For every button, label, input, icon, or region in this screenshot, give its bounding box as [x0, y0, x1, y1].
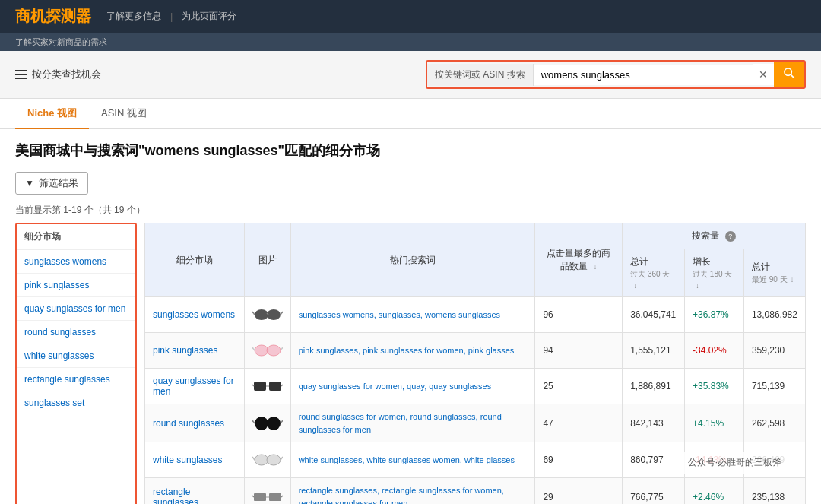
sidebar-item[interactable]: sunglasses set — [17, 391, 135, 414]
svg-point-3 — [267, 309, 281, 320]
cell-growth180: +4.15% — [685, 404, 744, 442]
cell-total360: 842,143 — [623, 404, 685, 442]
cell-total360: 36,045,741 — [623, 297, 685, 333]
col-tags: 热门搜索词 — [290, 223, 535, 297]
svg-line-10 — [281, 347, 283, 350]
sidebar-item[interactable]: rectangle sunglasses — [17, 368, 135, 391]
sub-col-1: 增长过去 180 天↓ — [685, 249, 744, 297]
cell-total90: 715,139 — [743, 369, 805, 404]
search-label: 按关键词或 ASIN 搜索 — [427, 64, 534, 86]
cell-niche[interactable]: white sunglasses — [145, 442, 245, 478]
cell-niche[interactable]: round sunglasses — [145, 404, 245, 442]
tabs: Niche 视图 ASIN 视图 — [0, 99, 821, 129]
svg-line-13 — [252, 385, 254, 386]
svg-point-7 — [255, 345, 268, 356]
cell-tags: white sunglasses, white sunglasses women… — [290, 442, 535, 478]
col-image: 图片 — [244, 223, 290, 297]
cell-tags: sunglasses womens, sunglasses, womens su… — [290, 297, 535, 333]
cell-total90: 262,598 — [743, 404, 805, 442]
svg-line-23 — [281, 457, 283, 460]
filter-icon: ▼ — [25, 178, 34, 189]
cell-topcount: 29 — [535, 478, 623, 505]
cell-topcount: 69 — [535, 442, 623, 478]
cell-image — [244, 333, 290, 369]
cell-total90: 13,086,982 — [743, 297, 805, 333]
cell-topcount: 47 — [535, 404, 623, 442]
cell-growth180: -34.02% — [685, 333, 744, 369]
menu-icon — [15, 70, 27, 79]
cell-niche[interactable]: rectangle sunglasses — [145, 478, 245, 505]
cell-growth180: +2.46% — [685, 478, 744, 505]
sort-icon[interactable]: ↓ — [791, 275, 794, 284]
search-area: 按分类查找机会 按关键词或 ASIN 搜索 ✕ — [0, 51, 821, 99]
sub-header-text: 了解买家对新商品的需求 — [15, 37, 107, 46]
logo: 商机探测器 — [15, 6, 91, 27]
svg-line-18 — [252, 420, 255, 423]
sort-topcount-icon[interactable]: ↓ — [593, 262, 597, 271]
cell-niche[interactable]: pink sunglasses — [145, 333, 245, 369]
filter-label: 筛选结果 — [39, 176, 78, 190]
sort-icon[interactable]: ↓ — [696, 281, 699, 290]
sub-header: 了解买家对新商品的需求 — [0, 33, 821, 51]
svg-point-20 — [255, 455, 268, 465]
cell-topcount: 96 — [535, 297, 623, 333]
table-row: rectangle sunglasses rectangle sunglasse… — [145, 478, 806, 505]
filter-section: ▼ 筛选结果 — [0, 166, 821, 201]
table-row: sunglasses womens sunglasses womens, sun… — [145, 297, 806, 333]
cell-total360: 1,555,121 — [623, 333, 685, 369]
svg-point-0 — [785, 68, 791, 75]
svg-point-2 — [255, 309, 268, 320]
filter-button[interactable]: ▼ 筛选结果 — [15, 172, 88, 195]
svg-line-1 — [791, 74, 794, 78]
watermark: 公众号·必胜哥的三板斧 — [679, 452, 791, 474]
sidebar-item[interactable]: pink sunglasses — [17, 274, 135, 297]
cell-topcount: 94 — [535, 333, 623, 369]
cell-tags: rectangle sunglasses, rectangle sunglass… — [290, 478, 535, 505]
learn-more-link[interactable]: 了解更多信息 — [106, 10, 161, 23]
cell-image — [244, 404, 290, 442]
sidebar-header: 细分市场 — [17, 224, 135, 250]
sidebar-item[interactable]: white sunglasses — [17, 344, 135, 368]
cell-image — [244, 478, 290, 505]
svg-rect-11 — [254, 382, 266, 391]
header: 商机探测器 了解更多信息 | 为此页面评分 — [0, 0, 821, 33]
tab-asin[interactable]: ASIN 视图 — [89, 99, 159, 129]
table-row: pink sunglasses pink sunglasses, pink su… — [145, 333, 806, 369]
svg-rect-25 — [269, 493, 281, 501]
cell-tags: quay sunglasses for women, quay, quay su… — [290, 369, 535, 404]
cell-niche[interactable]: quay sunglasses for men — [145, 369, 245, 404]
svg-point-17 — [267, 417, 281, 430]
cell-total360: 1,886,891 — [623, 369, 685, 404]
svg-point-8 — [267, 345, 281, 356]
table-row: quay sunglasses for men quay sunglasses … — [145, 369, 806, 404]
search-input[interactable] — [534, 65, 753, 85]
svg-line-4 — [252, 312, 255, 315]
cell-total360: 766,775 — [623, 478, 685, 505]
sidebar-item[interactable]: round sunglasses — [17, 321, 135, 344]
rate-page-link[interactable]: 为此页面评分 — [182, 10, 236, 23]
cell-growth180: +36.87% — [685, 297, 744, 333]
search-clear-button[interactable]: ✕ — [753, 64, 774, 85]
menu-toggle[interactable]: 按分类查找机会 — [15, 68, 101, 81]
svg-point-16 — [255, 417, 268, 430]
result-count: 当前显示第 1-19 个（共 19 个） — [0, 201, 821, 223]
menu-toggle-label: 按分类查找机会 — [32, 68, 101, 81]
tab-niche[interactable]: Niche 视图 — [15, 99, 89, 129]
col-topcount: 点击量最多的商品数量 ↓ — [535, 223, 623, 297]
table-row: round sunglasses round sunglasses for wo… — [145, 404, 806, 442]
search-wrapper: 按关键词或 ASIN 搜索 ✕ — [426, 60, 806, 89]
svg-line-26 — [252, 496, 254, 497]
cell-niche[interactable]: sunglasses womens — [145, 297, 245, 333]
search-button[interactable] — [774, 62, 804, 87]
cell-growth180: +35.83% — [685, 369, 744, 404]
header-links: 了解更多信息 | 为此页面评分 — [106, 10, 236, 23]
svg-rect-24 — [254, 493, 266, 501]
sidebar-item[interactable]: sunglasses womens — [17, 250, 135, 274]
sub-col-2: 总计最近 90 天↓ — [743, 249, 805, 297]
svg-line-27 — [281, 496, 283, 497]
cell-tags: pink sunglasses, pink sunglasses for wom… — [290, 333, 535, 369]
sort-icon[interactable]: ↓ — [633, 281, 637, 290]
sidebar-item[interactable]: quay sunglasses for men — [17, 297, 135, 321]
cell-image — [244, 297, 290, 333]
cell-image — [244, 369, 290, 404]
